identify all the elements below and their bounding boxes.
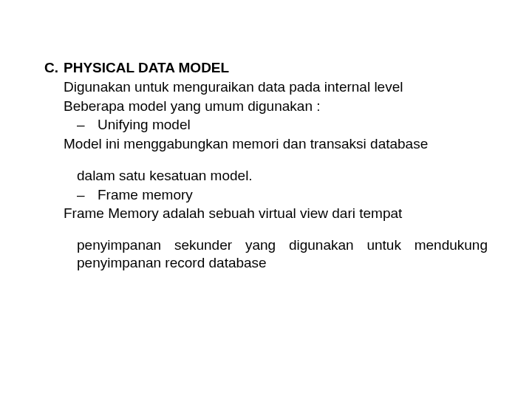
bullet-1-desc-line2: dalam satu kesatuan model. [77,167,488,185]
heading-title: PHYSICAL DATA MODEL [64,59,229,77]
section-content: C. PHYSICAL DATA MODEL Digunakan untuk m… [44,59,488,273]
section-heading: C. PHYSICAL DATA MODEL [44,59,488,77]
bullet-dash-icon: – [77,116,98,134]
bullet-1-label: Unifying model [98,116,191,134]
bullet-item-1: – Unifying model [77,116,488,134]
section-body: Digunakan untuk menguraikan data pada in… [64,78,488,272]
heading-letter: C. [44,59,64,77]
bullet-item-2: – Frame memory [77,186,488,204]
bullet-2-desc-line2: penyimpanan sekunder yang digunakan untu… [77,236,488,272]
bullet-dash-icon: – [77,186,98,204]
intro-line-1: Digunakan untuk menguraikan data pada in… [64,78,488,96]
bullet-1-desc-line1: Model ini menggabungkan memori dan trans… [64,135,488,153]
bullet-2-label: Frame memory [98,186,193,204]
intro-line-2: Beberapa model yang umum digunakan : [64,98,488,115]
bullet-2-desc-line1: Frame Memory adalah sebuah virtual view … [64,205,488,222]
